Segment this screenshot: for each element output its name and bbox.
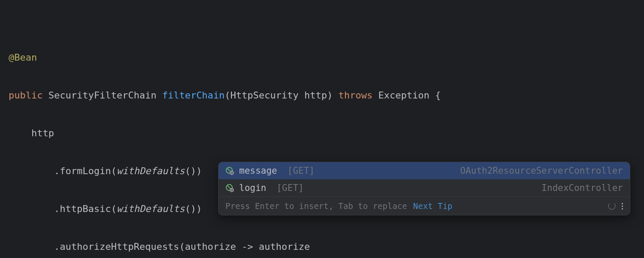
method-ref: withDefaults <box>117 203 185 214</box>
method-call: .httpBasic <box>54 203 111 214</box>
code-line: .authorizeHttpRequests(authorize -> auth… <box>9 237 644 256</box>
return-type: SecurityFilterChain <box>49 90 157 101</box>
exception-type: Exception <box>378 90 429 101</box>
autocomplete-label: message <box>239 166 277 176</box>
method-name: filterChain <box>162 90 225 101</box>
keyword-public: public <box>9 90 43 101</box>
method-ref: withDefaults <box>117 166 185 176</box>
lambda-param: authorize <box>185 241 236 252</box>
identifier: http <box>31 128 54 138</box>
more-options-icon[interactable] <box>622 203 623 209</box>
autocomplete-popup[interactable]: message [GET] OAuth2ResourceServerContro… <box>218 162 630 215</box>
code-line: http <box>9 124 644 143</box>
autocomplete-item[interactable]: login [GET] IndexController <box>219 179 630 197</box>
identifier: authorize <box>259 241 310 252</box>
keyword-throws: throws <box>338 90 372 101</box>
autocomplete-item[interactable]: message [GET] OAuth2ResourceServerContro… <box>219 162 630 179</box>
code-line: public SecurityFilterChain filterChain(H… <box>9 86 644 105</box>
autocomplete-http-method: [GET] <box>288 166 315 176</box>
footer-hint-text: Press Enter to insert, Tab to replace <box>225 201 407 211</box>
autocomplete-class: OAuth2ResourceServerController <box>460 166 623 176</box>
method-call: .authorizeHttpRequests <box>54 241 179 252</box>
method-call: .formLogin <box>54 166 111 176</box>
code-line: @Bean <box>9 48 644 67</box>
param-type: HttpSecurity <box>231 90 299 101</box>
autocomplete-label: login <box>239 183 266 193</box>
loading-spinner-icon <box>608 202 616 210</box>
autocomplete-footer: Press Enter to insert, Tab to replace Ne… <box>219 197 630 215</box>
endpoint-icon <box>225 184 234 192</box>
annotation: @Bean <box>9 52 37 63</box>
lambda-arrow: -> <box>242 241 253 252</box>
autocomplete-class: IndexController <box>541 183 623 193</box>
autocomplete-http-method: [GET] <box>276 183 304 193</box>
next-tip-link[interactable]: Next Tip <box>413 201 453 211</box>
endpoint-icon <box>225 166 234 175</box>
code-editor[interactable]: @Bean public SecurityFilterChain filterC… <box>0 0 644 258</box>
param-name: http <box>304 90 327 101</box>
